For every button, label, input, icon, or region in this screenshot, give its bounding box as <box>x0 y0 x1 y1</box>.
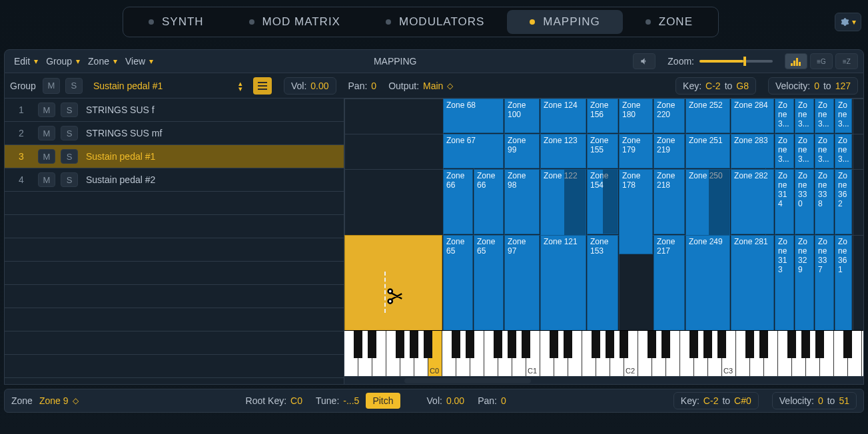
black-key[interactable] <box>745 331 754 358</box>
black-key[interactable] <box>815 331 824 358</box>
group-select[interactable]: Sustain pedal #1 ▴▾ <box>88 77 248 95</box>
zone[interactable]: Zone 99 <box>504 134 540 168</box>
black-key[interactable] <box>424 331 432 358</box>
zone[interactable] <box>344 235 442 330</box>
group-key-range[interactable]: Key: C-2 to G8 <box>675 77 756 95</box>
zone[interactable]: Zo ne 33 7 <box>815 235 834 330</box>
black-key[interactable] <box>410 331 418 358</box>
zone[interactable]: Zone 68 <box>443 99 504 133</box>
zone[interactable]: Zone 179 <box>619 134 653 168</box>
group-pan[interactable]: Pan: 0 <box>348 81 377 91</box>
mute-button[interactable]: M <box>38 149 55 164</box>
group-mute-button[interactable]: M <box>43 78 60 94</box>
black-key[interactable] <box>648 331 656 358</box>
zone[interactable]: Zo ne 36 2 <box>835 169 852 234</box>
black-key[interactable] <box>368 331 376 358</box>
zone-root-key[interactable]: Root Key: C0 <box>246 395 302 406</box>
solo-button[interactable]: S <box>61 103 78 117</box>
zone-select[interactable]: Zone 9 ◇ <box>39 395 79 406</box>
solo-button[interactable]: S <box>61 126 78 140</box>
zone[interactable]: Zo ne 3... <box>815 134 834 168</box>
zone[interactable]: Zone 252 <box>685 99 730 133</box>
group-list-button[interactable] <box>253 77 272 95</box>
zone[interactable]: Zone 284 <box>731 99 774 133</box>
zone[interactable]: Zone 178 <box>619 169 653 254</box>
black-key[interactable] <box>452 331 460 358</box>
zone[interactable]: Zone 156 <box>587 99 618 133</box>
group-row[interactable]: 2MSSTRINGS SUS mf <box>5 122 344 145</box>
zone[interactable]: Zo ne 3... <box>775 99 794 133</box>
view-mode-zone[interactable]: ≡Z <box>835 53 858 69</box>
black-key[interactable] <box>522 331 530 358</box>
zone[interactable]: Zo ne 3... <box>795 99 814 133</box>
menu-group[interactable]: Group▾ <box>42 56 84 67</box>
zone-vol[interactable]: Vol: 0.00 <box>427 395 465 406</box>
zone-grid[interactable]: Zone 68Zone 100Zone 124Zone 156Zone 180Z… <box>344 99 863 330</box>
group-output[interactable]: Output: Main ◇ <box>388 81 453 91</box>
mute-button[interactable]: M <box>38 172 55 187</box>
zone[interactable]: Zo ne 3... <box>835 134 852 168</box>
zone[interactable]: Zo ne 36 1 <box>835 235 852 330</box>
black-key[interactable] <box>801 331 810 358</box>
zone[interactable]: Zone 155 <box>587 134 618 168</box>
zone[interactable]: Zo ne 31 3 <box>775 235 794 330</box>
zone-pan[interactable]: Pan: 0 <box>478 395 506 406</box>
zone[interactable]: Zo ne 31 4 <box>775 169 794 234</box>
menu-edit[interactable]: Edit▾ <box>10 56 42 67</box>
zone[interactable]: Zone 97 <box>504 235 540 330</box>
zone[interactable]: Zone 283 <box>731 134 774 168</box>
zone[interactable]: Zo ne 3... <box>835 99 852 133</box>
black-key[interactable] <box>564 331 572 358</box>
black-key[interactable] <box>703 331 712 358</box>
zone[interactable]: Zone 220 <box>653 99 685 133</box>
zone[interactable]: Zone 65 <box>443 235 473 330</box>
tab-mod-matrix[interactable]: MOD MATRIX <box>226 10 363 34</box>
zone[interactable]: Zone 123 <box>540 134 586 168</box>
black-key[interactable] <box>550 331 558 358</box>
pitch-button[interactable]: Pitch <box>366 393 400 409</box>
zoom-slider[interactable] <box>699 60 773 63</box>
black-key[interactable] <box>466 331 474 358</box>
group-row[interactable]: 3MSSustain pedal #1 <box>5 145 344 168</box>
black-key[interactable] <box>396 331 404 358</box>
group-vol[interactable]: Vol: 0.00 <box>284 77 336 95</box>
keyboard-scrollbar[interactable] <box>344 376 863 384</box>
solo-button[interactable]: S <box>61 172 78 187</box>
black-key[interactable] <box>759 331 768 358</box>
zone[interactable]: Zo ne 32 9 <box>795 235 814 330</box>
black-key[interactable] <box>354 331 362 358</box>
zone[interactable]: Zone 219 <box>653 134 685 168</box>
zone[interactable]: Zone 281 <box>731 235 774 330</box>
keyboard[interactable]: C0C1C2C3 <box>344 330 863 376</box>
mute-button[interactable]: M <box>38 126 55 140</box>
zone[interactable]: Zone 66 <box>443 169 473 234</box>
group-row[interactable]: 4MSSustain pedal #2 <box>5 168 344 192</box>
black-key[interactable] <box>620 331 628 358</box>
zone[interactable]: Zone 282 <box>731 169 774 234</box>
black-key[interactable] <box>592 331 600 358</box>
zone[interactable]: Zone 251 <box>685 134 730 168</box>
view-mode-group[interactable]: ≡G <box>810 53 833 69</box>
black-key[interactable] <box>689 331 698 358</box>
zone[interactable]: Zone 218 <box>653 169 685 234</box>
solo-button[interactable]: S <box>61 149 78 164</box>
zone[interactable]: Zone 67 <box>443 134 504 168</box>
mute-button[interactable]: M <box>38 103 55 117</box>
black-key[interactable] <box>787 331 796 358</box>
zone[interactable]: Zo ne 3... <box>795 134 814 168</box>
black-key[interactable] <box>508 331 516 358</box>
zone[interactable]: Zone 100 <box>504 99 540 133</box>
black-key[interactable] <box>494 331 502 358</box>
group-row[interactable]: 1MSSTRINGS SUS f <box>5 99 344 122</box>
zone[interactable]: Zone 153 <box>587 235 618 330</box>
preview-audio-button[interactable] <box>633 53 655 69</box>
zone[interactable]: Zo ne 3... <box>815 99 834 133</box>
zone[interactable]: Zo ne 33 8 <box>815 169 834 234</box>
settings-gear-button[interactable]: ▾ <box>835 13 861 31</box>
zone-key-range[interactable]: Key: C-2 to C#0 <box>673 392 759 409</box>
menu-zone[interactable]: Zone▾ <box>84 56 121 67</box>
zone[interactable]: Zone 154 <box>587 169 618 234</box>
tab-zone[interactable]: ZONE <box>623 10 715 34</box>
view-mode-keymap[interactable] <box>785 53 807 69</box>
menu-view[interactable]: View▾ <box>121 56 157 67</box>
